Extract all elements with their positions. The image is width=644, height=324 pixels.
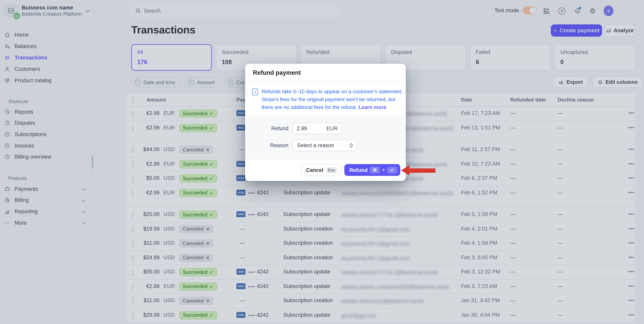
info-line-2: Stripe's fees for the original payment w… [262,96,403,104]
refund-currency-suffix: EUR [326,126,338,131]
modal-title: Refund payment [253,69,301,76]
enter-key-hint: ↵ [387,167,397,173]
refund-amount-input[interactable]: 2.99 EUR [292,123,342,134]
refund-form: Refund 2.99 EUR Reason Select a reason [245,117,406,159]
info-icon: i [252,89,258,95]
select-chevrons-icon [350,143,353,148]
info-line-3: there are no additional fees for the ref… [262,104,403,111]
refund-amount-label: Refund [253,126,292,131]
modal-header: Refund payment [245,64,406,82]
refund-info-banner: i Refunds take 5–10 days to appear on a … [245,82,406,117]
plus-separator: + [382,167,385,173]
info-line-1: Refunds take 5–10 days to appear on a cu… [262,88,403,96]
refund-reason-row: Reason Select a reason [253,140,398,151]
refund-amount-value: 2.99 [297,126,326,131]
reason-select[interactable]: Select a reason [292,140,357,151]
annotation-arrow-head [401,165,409,175]
esc-key-hint: Esc [326,167,337,173]
app-window: Me Buisness com name BetterMe Creators P… [0,0,644,324]
refund-amount-row: Refund 2.99 EUR [253,123,398,134]
reason-select-value: Select a reason [297,143,350,148]
annotation-arrow-shaft [409,168,435,173]
refund-button-label: Refund [349,167,368,173]
refund-payment-modal: Refund payment i Refunds take 5–10 days … [245,64,406,181]
refund-info-text: Refunds take 5–10 days to appear on a cu… [262,88,403,111]
modal-footer: Cancel Esc Refund ⌘ + ↵ [245,159,406,181]
cancel-button[interactable]: Cancel Esc [301,164,342,176]
cmd-key-hint: ⌘ [370,167,380,173]
cancel-label: Cancel [306,167,324,173]
refund-submit-button[interactable]: Refund ⌘ + ↵ [344,164,400,176]
learn-more-link[interactable]: Learn more [358,104,386,110]
refund-reason-label: Reason [253,143,292,148]
